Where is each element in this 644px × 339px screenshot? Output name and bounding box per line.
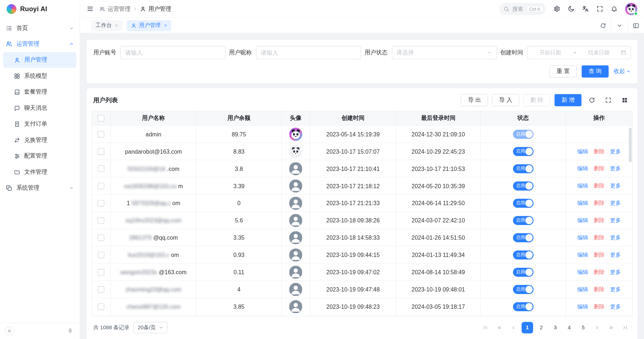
breadcrumb-item[interactable]: 用户管理 bbox=[140, 5, 171, 13]
dark-mode-icon[interactable] bbox=[568, 5, 575, 12]
sidebar-item-file-management[interactable]: 文件管理 bbox=[3, 164, 76, 180]
breadcrumb-item[interactable]: 运营管理 bbox=[99, 5, 131, 13]
sidebar-item-exchange-management[interactable]: 兑换管理 bbox=[3, 132, 76, 148]
delete-link[interactable]: 删除 bbox=[594, 286, 604, 293]
collapse-filter-link[interactable]: 收起 bbox=[614, 68, 631, 75]
page-4-button[interactable]: 4 bbox=[563, 322, 575, 333]
row-checkbox[interactable] bbox=[98, 252, 104, 258]
delete-link[interactable]: 删除 bbox=[594, 148, 604, 155]
edit-link[interactable]: 编辑 bbox=[577, 217, 588, 224]
tab-workbench[interactable]: 工作台 bbox=[91, 20, 122, 31]
refresh-page-button[interactable] bbox=[595, 18, 611, 33]
close-icon[interactable] bbox=[163, 23, 167, 27]
row-checkbox[interactable] bbox=[98, 286, 104, 293]
collapse-sidebar-button[interactable] bbox=[5, 326, 14, 335]
page-1-button[interactable]: 1 bbox=[522, 322, 533, 333]
fullscreen-icon[interactable] bbox=[596, 5, 603, 12]
created-time-range[interactable]: 开始日期 结束日期 bbox=[527, 46, 631, 59]
status-toggle[interactable]: 启用 bbox=[513, 130, 533, 139]
delete-link[interactable]: 删除 bbox=[594, 165, 604, 172]
delete-link[interactable]: 删除 bbox=[594, 303, 604, 310]
more-link[interactable]: 更多 bbox=[610, 234, 621, 241]
close-icon[interactable] bbox=[114, 23, 118, 27]
nickname-input[interactable] bbox=[256, 46, 361, 59]
reset-button[interactable]: 重 置 bbox=[550, 65, 577, 77]
edit-link[interactable]: 编辑 bbox=[577, 303, 588, 310]
status-toggle[interactable]: 启用 bbox=[513, 285, 533, 294]
more-link[interactable]: 更多 bbox=[610, 303, 621, 310]
settings-icon[interactable] bbox=[553, 5, 560, 12]
row-checkbox[interactable] bbox=[98, 148, 104, 154]
status-toggle[interactable]: 启用 bbox=[513, 181, 533, 190]
more-link[interactable]: 更多 bbox=[610, 182, 621, 190]
account-input[interactable] bbox=[120, 46, 225, 59]
delete-link[interactable]: 删除 bbox=[594, 234, 604, 241]
row-checkbox[interactable] bbox=[98, 269, 104, 275]
row-checkbox[interactable] bbox=[98, 303, 104, 310]
export-button[interactable]: 导 出 bbox=[461, 94, 488, 106]
page-5-button[interactable]: 5 bbox=[577, 322, 589, 333]
sidebar-item-home[interactable]: 首页 bbox=[0, 21, 80, 36]
prev-group-button[interactable] bbox=[494, 322, 505, 333]
search-button[interactable]: 查 询 bbox=[582, 65, 609, 77]
edit-link[interactable]: 编辑 bbox=[577, 165, 588, 172]
next-page-button[interactable] bbox=[591, 322, 603, 333]
table-scrollbar[interactable] bbox=[629, 126, 632, 316]
delete-link[interactable]: 删除 bbox=[594, 251, 604, 259]
sidebar-item-config-management[interactable]: 配置管理 bbox=[3, 148, 76, 164]
page-size-select[interactable]: 20条/页 bbox=[134, 322, 168, 333]
page-3-button[interactable]: 3 bbox=[550, 322, 561, 333]
row-checkbox[interactable] bbox=[98, 131, 104, 137]
next-group-button[interactable] bbox=[605, 322, 617, 333]
delete-link[interactable]: 删除 bbox=[594, 199, 604, 207]
more-link[interactable]: 更多 bbox=[610, 217, 621, 224]
delete-link[interactable]: 删除 bbox=[594, 217, 604, 224]
more-link[interactable]: 更多 bbox=[610, 148, 621, 155]
edit-link[interactable]: 编辑 bbox=[577, 234, 588, 241]
column-settings-button[interactable] bbox=[618, 94, 631, 106]
edit-link[interactable]: 编辑 bbox=[577, 182, 588, 190]
edit-link[interactable]: 编辑 bbox=[577, 251, 588, 259]
sidebar-item-chat-messages[interactable]: 聊天消息 bbox=[3, 100, 76, 116]
page-2-button[interactable]: 2 bbox=[536, 322, 547, 333]
first-page-button[interactable] bbox=[480, 322, 491, 333]
edit-link[interactable]: 编辑 bbox=[577, 199, 588, 207]
row-checkbox[interactable] bbox=[98, 234, 104, 241]
status-toggle[interactable]: 启用 bbox=[513, 267, 533, 276]
status-toggle[interactable]: 启用 bbox=[513, 250, 533, 259]
status-toggle[interactable]: 启用 bbox=[513, 199, 533, 208]
sidebar-item-payment-orders[interactable]: 支付订单 bbox=[3, 116, 76, 132]
delete-link[interactable]: 删除 bbox=[594, 182, 604, 190]
language-icon[interactable] bbox=[582, 5, 589, 12]
status-toggle[interactable]: 启用 bbox=[513, 233, 533, 242]
sidebar-item-system-model[interactable]: 系统模型 bbox=[3, 68, 76, 83]
status-select[interactable]: 请选择 bbox=[392, 46, 497, 59]
tab-user-management[interactable]: 用户管理 bbox=[126, 20, 171, 31]
more-link[interactable]: 更多 bbox=[610, 251, 621, 259]
status-toggle[interactable]: 启用 bbox=[513, 147, 533, 156]
more-link[interactable]: 更多 bbox=[610, 165, 621, 172]
app-logo[interactable]: Ruoyi AI bbox=[0, 0, 80, 18]
sidebar-item-user-management[interactable]: 用户管理 bbox=[3, 52, 76, 68]
user-avatar-button[interactable] bbox=[625, 3, 638, 15]
sidebar-item-system-management[interactable]: 系统管理 bbox=[0, 180, 80, 196]
more-link[interactable]: 更多 bbox=[610, 286, 621, 293]
scrollbar-thumb[interactable] bbox=[629, 128, 632, 162]
notifications-icon[interactable] bbox=[611, 5, 618, 12]
delete-button[interactable]: 删 除 bbox=[523, 94, 550, 106]
sidebar-item-operations[interactable]: 运营管理 bbox=[0, 36, 80, 51]
more-link[interactable]: 更多 bbox=[610, 268, 621, 276]
content-layout-button[interactable] bbox=[627, 18, 644, 33]
refresh-table-button[interactable] bbox=[586, 94, 598, 106]
row-checkbox[interactable] bbox=[98, 165, 104, 172]
status-toggle[interactable]: 启用 bbox=[513, 302, 533, 311]
tab-dropdown-button[interactable] bbox=[611, 18, 628, 33]
fullscreen-table-button[interactable] bbox=[602, 94, 614, 106]
row-checkbox[interactable] bbox=[98, 200, 104, 206]
status-toggle[interactable]: 启用 bbox=[513, 164, 533, 173]
prev-page-button[interactable] bbox=[508, 322, 519, 333]
import-button[interactable]: 导 入 bbox=[492, 94, 519, 106]
pin-sidebar-button[interactable] bbox=[66, 326, 75, 335]
status-toggle[interactable]: 启用 bbox=[513, 216, 533, 225]
edit-link[interactable]: 编辑 bbox=[577, 268, 588, 276]
